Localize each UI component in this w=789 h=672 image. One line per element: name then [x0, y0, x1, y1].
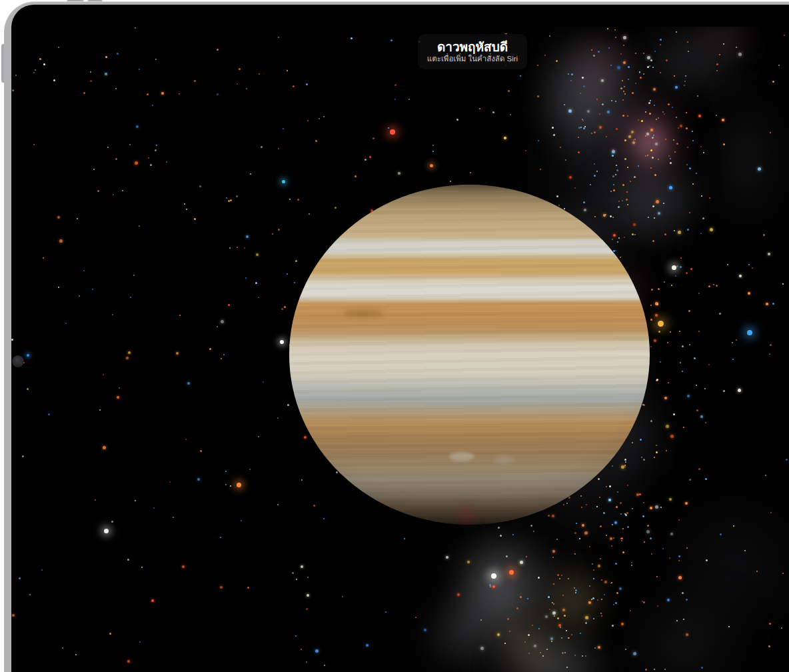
space-scene: ดาวพฤหัสบดี แตะเพื่อเพิ่ม ในคำสั่งลัด Si… [11, 27, 789, 672]
nebula-blob [452, 495, 481, 532]
siri-shortcut-callout[interactable]: ดาวพฤหัสบดี แตะเพื่อเพิ่ม ในคำสั่งลัด Si… [418, 34, 527, 69]
tablet-screen: ดาวพฤหัสบดี แตะเพื่อเพิ่ม ในคำสั่งลัด Si… [11, 5, 789, 672]
foreground-nebula [11, 27, 789, 672]
tablet-bezel: ดาวพฤหัสบดี แตะเพื่อเพิ่ม ในคำสั่งลัด Si… [4, 1, 789, 672]
front-camera-icon [12, 355, 24, 367]
siri-hint-label: แตะเพื่อเพิ่ม ในคำสั่งลัด Siri [427, 55, 518, 64]
planet-name-label: ดาวพฤหัสบดี [437, 40, 508, 55]
